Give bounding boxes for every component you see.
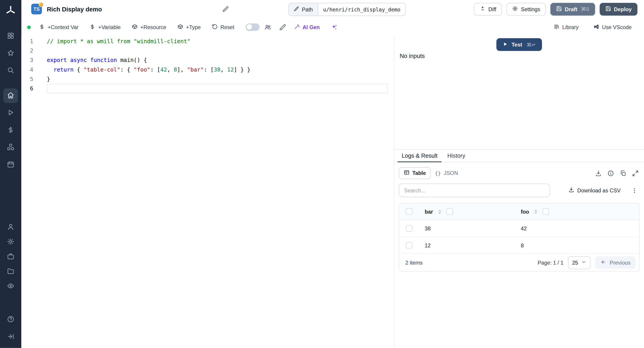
sidebar-item-users[interactable] xyxy=(4,220,18,234)
arrow-left-icon xyxy=(600,259,606,266)
sidebar-item-variables[interactable] xyxy=(3,123,18,138)
folder-icon xyxy=(7,267,14,276)
format-code-button[interactable] xyxy=(279,24,286,30)
page-size-select[interactable]: 25 xyxy=(568,256,591,269)
edit-summary-button[interactable] xyxy=(222,6,229,12)
table-footer: 2 items Page: 1 / 1 25 Previous xyxy=(399,254,639,271)
code-line[interactable] xyxy=(47,46,388,56)
library-button[interactable]: Library xyxy=(554,24,579,31)
sidebar-item-workers[interactable] xyxy=(4,250,18,264)
sidebar-item-apps[interactable] xyxy=(3,29,18,44)
sidebar-item-folders[interactable] xyxy=(4,264,18,278)
download-icon xyxy=(595,170,602,176)
sidebar-item-help[interactable] xyxy=(3,312,18,327)
view-json-label: JSON xyxy=(444,170,458,176)
add-variable-button[interactable]: +Variable xyxy=(90,24,120,31)
use-vscode-label: Use VScode xyxy=(602,24,632,30)
sidebar-item-home[interactable] xyxy=(3,88,18,103)
reset-button[interactable]: Reset xyxy=(212,24,234,31)
pencil-icon xyxy=(222,6,229,12)
sidebar-item-schedules[interactable] xyxy=(3,157,18,172)
table-row: 3842 xyxy=(399,220,639,237)
settings-button-label: Settings xyxy=(521,6,540,12)
windmill-logo-icon[interactable] xyxy=(3,3,18,18)
pencil-icon xyxy=(294,6,299,13)
app: TS Rich Display demo Path u/henri/rich_d… xyxy=(0,0,644,348)
deploy-button[interactable]: Deploy xyxy=(600,3,638,16)
code-editor[interactable]: 123456 // import * as wmill from "windmi… xyxy=(22,36,394,348)
code-line[interactable]: } xyxy=(47,74,388,84)
tab-logs-result[interactable]: Logs & Result xyxy=(397,152,442,162)
help-circle-icon xyxy=(7,315,14,324)
select-all-checkbox[interactable] xyxy=(406,208,412,215)
diff-button[interactable]: Diff xyxy=(474,3,502,16)
page-indicator: Page: 1 / 1 xyxy=(538,260,564,266)
table-header-row: bar foo xyxy=(399,203,639,220)
test-button[interactable]: Test ⌘↵ xyxy=(496,38,542,51)
table-search-input[interactable] xyxy=(399,184,550,197)
tab-history[interactable]: History xyxy=(442,152,470,162)
no-inputs-text: No inputs xyxy=(400,52,425,59)
previous-page-button[interactable]: Previous xyxy=(595,256,636,268)
diff-mode-toggle[interactable] xyxy=(246,24,260,31)
badge-sticker xyxy=(39,2,44,7)
add-resource-button[interactable]: +Resource xyxy=(132,24,166,31)
line-number: 6 xyxy=(22,84,33,93)
download-csv-button[interactable]: Download as CSV xyxy=(566,186,623,194)
column-checkbox-foo[interactable] xyxy=(543,208,549,215)
download-result-button[interactable] xyxy=(595,170,602,176)
add-type-button[interactable]: +Type xyxy=(177,24,200,31)
add-type-label: +Type xyxy=(186,24,201,30)
sparkles-button[interactable] xyxy=(331,24,337,30)
settings-button[interactable]: Settings xyxy=(506,3,546,16)
sidebar-item-runs[interactable] xyxy=(3,106,18,120)
ai-gen-label: AI Gen xyxy=(302,24,320,30)
result-info-button[interactable] xyxy=(608,170,614,176)
status-dot xyxy=(27,25,31,29)
refresh-icon xyxy=(212,24,218,31)
result-view-switch: Table {} JSON xyxy=(399,167,462,179)
sidebar-expand-button[interactable] xyxy=(3,330,18,344)
code-line[interactable]: return { "table-col": { "foo": [42, 8], … xyxy=(47,65,388,74)
sidebar-item-resources[interactable] xyxy=(3,140,18,155)
path-value[interactable]: u/henri/rich_display_demo xyxy=(318,3,406,16)
library-label: Library xyxy=(562,24,578,30)
use-vscode-button[interactable]: Use VScode xyxy=(594,24,632,31)
multiplayer-button[interactable] xyxy=(264,24,271,30)
result-tabs: Logs & Result History xyxy=(394,150,644,162)
row-checkbox[interactable] xyxy=(406,225,412,232)
sort-icon[interactable] xyxy=(437,209,442,214)
code-line[interactable]: // import * as wmill from "windmill-clie… xyxy=(47,36,388,46)
view-table-button[interactable]: Table xyxy=(399,167,431,179)
expand-result-button[interactable] xyxy=(632,170,639,176)
right-panel: Test ⌘↵ No inputs Logs & Result History xyxy=(394,36,644,348)
save-icon xyxy=(605,6,611,12)
add-context-var-button[interactable]: +Context Var xyxy=(39,24,78,31)
copy-result-button[interactable] xyxy=(620,170,626,176)
sidebar-item-search[interactable] xyxy=(3,63,18,78)
line-number: 2 xyxy=(22,46,33,56)
dollar-icon xyxy=(39,24,45,31)
view-json-button[interactable]: {} JSON xyxy=(431,167,462,179)
boxes-icon xyxy=(7,143,14,152)
header-actions: Diff Settings Draft ⌘S Deploy xyxy=(474,3,638,16)
draft-button[interactable]: Draft ⌘S xyxy=(550,3,595,16)
line-number: 1 xyxy=(22,36,33,46)
code-line[interactable]: export async function main() { xyxy=(47,56,388,65)
edit-path-button[interactable]: Path xyxy=(289,3,318,16)
previous-page-label: Previous xyxy=(610,260,630,266)
code-line[interactable] xyxy=(47,84,388,93)
sidebar-item-settings[interactable] xyxy=(4,235,18,249)
arrow-right-icon xyxy=(7,332,14,341)
column-checkbox-bar[interactable] xyxy=(446,208,453,215)
gear-icon xyxy=(7,238,14,246)
sidebar-item-favorites[interactable] xyxy=(3,46,18,61)
ai-gen-button[interactable]: AI Gen xyxy=(294,24,320,31)
sidebar-item-audit-logs[interactable] xyxy=(4,279,18,293)
editor-gutter: 123456 xyxy=(22,36,47,348)
editor-code[interactable]: // import * as wmill from "windmill-clie… xyxy=(47,36,388,348)
table-menu-button[interactable] xyxy=(630,187,639,194)
sort-icon[interactable] xyxy=(533,209,538,214)
row-checkbox[interactable] xyxy=(406,242,412,248)
test-button-label: Test xyxy=(512,42,522,48)
